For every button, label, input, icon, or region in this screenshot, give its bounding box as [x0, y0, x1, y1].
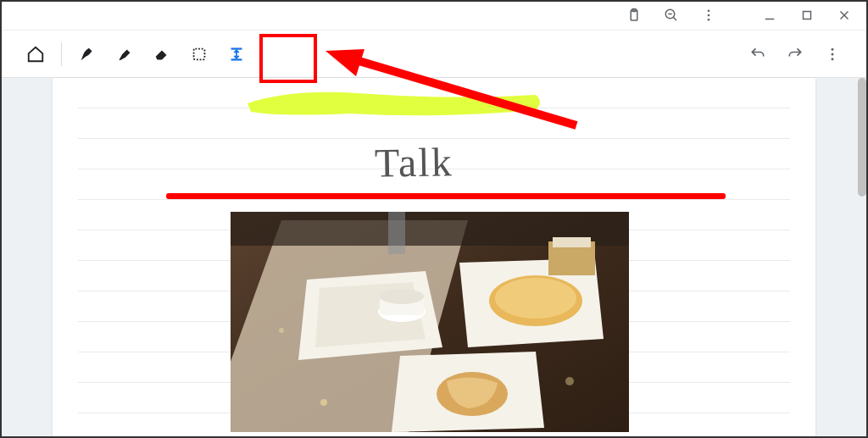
svg-point-6	[708, 14, 710, 16]
handwritten-text: Talk	[375, 138, 454, 186]
minimize-button[interactable]	[754, 3, 785, 27]
svg-point-7	[708, 18, 710, 20]
highlighter-stroke	[239, 85, 553, 120]
toolbar-more-icon[interactable]	[814, 36, 851, 73]
svg-point-39	[279, 328, 284, 333]
inserted-image[interactable]	[231, 212, 629, 432]
svg-point-5	[708, 9, 710, 12]
more-vert-icon[interactable]	[693, 3, 724, 27]
svg-point-38	[565, 377, 574, 385]
svg-point-15	[832, 47, 834, 50]
pen-tool[interactable]	[69, 36, 106, 73]
highlighter-tool[interactable]	[106, 36, 143, 73]
svg-rect-34	[388, 212, 405, 254]
note-page[interactable]: Talk	[53, 78, 815, 438]
undo-button[interactable]	[739, 36, 776, 73]
svg-rect-12	[194, 48, 205, 59]
expand-space-tool[interactable]	[218, 36, 255, 73]
vertical-scrollbar[interactable]	[858, 78, 866, 197]
pen-underline	[166, 193, 726, 199]
clipboard-icon[interactable]	[619, 3, 649, 27]
svg-point-31	[495, 278, 576, 319]
svg-point-37	[320, 399, 327, 406]
select-tool[interactable]	[181, 36, 218, 73]
svg-point-16	[832, 53, 834, 55]
svg-point-28	[380, 289, 424, 304]
redo-button[interactable]	[776, 36, 814, 73]
eraser-tool[interactable]	[143, 36, 181, 73]
window-titlebar	[0, 0, 868, 30]
annotation-toolbar	[0, 30, 868, 78]
svg-rect-36	[553, 237, 591, 247]
canvas-workspace: Talk	[0, 78, 868, 438]
maximize-button[interactable]	[792, 3, 822, 27]
svg-line-3	[673, 17, 676, 20]
close-button[interactable]	[829, 3, 860, 27]
svg-rect-9	[804, 11, 811, 19]
svg-point-17	[832, 58, 834, 60]
home-button[interactable]	[17, 36, 54, 73]
zoom-out-icon[interactable]	[656, 3, 687, 27]
